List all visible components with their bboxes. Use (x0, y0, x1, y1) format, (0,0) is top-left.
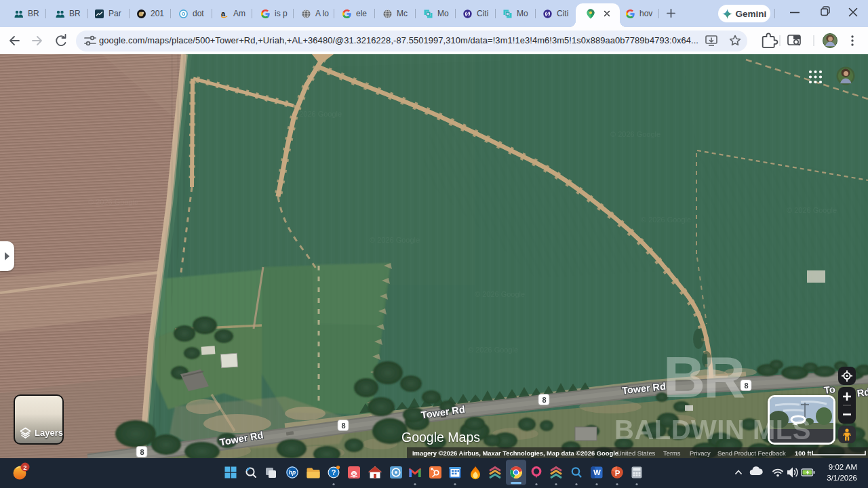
svg-text:© 2026 Google: © 2026 Google (475, 290, 525, 298)
svg-text:a: a (221, 9, 226, 18)
svg-text:© 2026 Google: © 2026 Google (610, 130, 660, 138)
svg-text:© 2026 Google: © 2026 Google (88, 198, 138, 206)
svg-text:© 2026 Google: © 2026 Google (787, 206, 837, 214)
svg-text:8: 8 (341, 422, 345, 430)
svg-text:8: 8 (744, 382, 748, 390)
svg-text:P: P (615, 469, 620, 477)
svg-text:Google Maps: Google Maps (401, 430, 480, 445)
svg-text:To: To (823, 384, 836, 396)
svg-text:2: 2 (23, 464, 26, 471)
svg-text:© 2026 Google: © 2026 Google (468, 346, 518, 354)
svg-text:8: 8 (542, 396, 546, 404)
svg-text:© 2026 Google: © 2026 Google (292, 110, 342, 118)
svg-text:hp: hp (289, 469, 296, 476)
svg-text:© 2026 Google: © 2026 Google (370, 236, 420, 244)
svg-text:© 2026 Google: © 2026 Google (641, 216, 691, 224)
svg-text:Rd: Rd (856, 386, 868, 399)
svg-text:W: W (593, 468, 601, 476)
svg-text:8: 8 (140, 448, 144, 456)
svg-text:?: ? (332, 468, 336, 476)
